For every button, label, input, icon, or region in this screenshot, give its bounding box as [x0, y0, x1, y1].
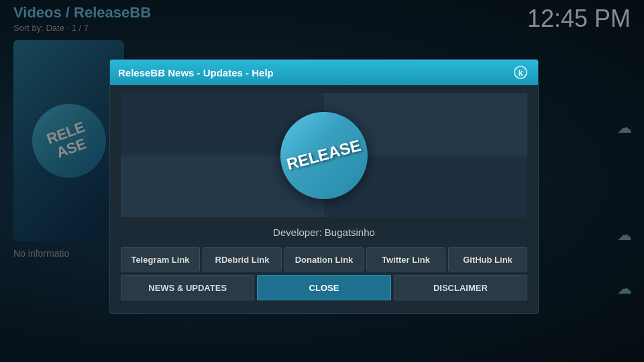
rdebrid-link-button[interactable]: RDebrid Link [203, 247, 282, 272]
svg-text:k: k [519, 68, 523, 78]
close-button[interactable]: CLOSE [257, 275, 390, 300]
github-link-button[interactable]: GitHub Link [448, 247, 527, 272]
disclaimer-button[interactable]: DISCLAIMER [394, 275, 527, 300]
action-buttons-row: NEWS & UPDATES CLOSE DISCLAIMER [121, 275, 527, 300]
link-buttons-row: Telegram Link RDebrid Link Donation Link… [121, 247, 527, 272]
twitter-link-button[interactable]: Twitter Link [366, 247, 445, 272]
donation-link-button[interactable]: Donation Link [284, 247, 364, 272]
news-updates-button[interactable]: NEWS & UPDATES [121, 275, 254, 300]
dialog-close-icon-button[interactable]: k [511, 63, 530, 82]
image-area: RELEASE [121, 93, 527, 217]
kodi-logo-icon: k [513, 65, 528, 80]
release-logo-text: RELEASE [285, 137, 363, 174]
developer-text: Developer: Bugatsinho [121, 227, 527, 238]
release-logo: RELEASE [280, 112, 368, 199]
dialog-title: ReleseBB News - Updates - Help [118, 67, 274, 78]
dialog-content: RELEASE Developer: Bugatsinho Telegram L… [110, 85, 538, 313]
dialog-titlebar: ReleseBB News - Updates - Help k [110, 60, 538, 85]
telegram-link-button[interactable]: Telegram Link [121, 247, 200, 272]
dialog: ReleseBB News - Updates - Help k RELEASE… [109, 59, 539, 314]
